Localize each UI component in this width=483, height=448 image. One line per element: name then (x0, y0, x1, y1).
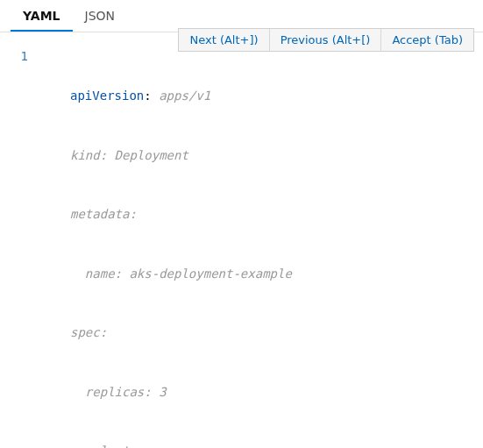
ghost-text: spec: (70, 323, 483, 343)
ghost-text: name: aks-deployment-example (70, 264, 483, 284)
yaml-colon: : (144, 89, 151, 103)
tab-bar: YAML JSON Next (Alt+]) Previous (Alt+[) … (0, 0, 483, 32)
line-number: 1 (0, 46, 28, 67)
line-number-gutter: 1 (0, 46, 44, 448)
suggest-previous-button[interactable]: Previous (Alt+[) (270, 29, 382, 51)
code-content[interactable]: apiVersion: apps/v1 kind: Deployment met… (44, 46, 483, 448)
ghost-text: replicas: 3 (70, 382, 483, 402)
ghost-text: apps/v1 (152, 89, 210, 103)
suggest-accept-button[interactable]: Accept (Tab) (381, 29, 473, 51)
tab-yaml[interactable]: YAML (11, 0, 73, 32)
ghost-text: selector: (70, 441, 483, 448)
ghost-text: kind: Deployment (70, 146, 483, 166)
yaml-key: apiVersion (70, 89, 144, 103)
suggest-next-button[interactable]: Next (Alt+]) (179, 29, 269, 51)
ghost-text: metadata: (70, 204, 483, 224)
inline-suggestion-toolbar: Next (Alt+]) Previous (Alt+[) Accept (Ta… (178, 28, 474, 52)
tab-json[interactable]: JSON (73, 0, 128, 32)
code-line: apiVersion: apps/v1 (70, 86, 483, 106)
code-editor[interactable]: 1 apiVersion: apps/v1 kind: Deployment m… (0, 32, 483, 448)
